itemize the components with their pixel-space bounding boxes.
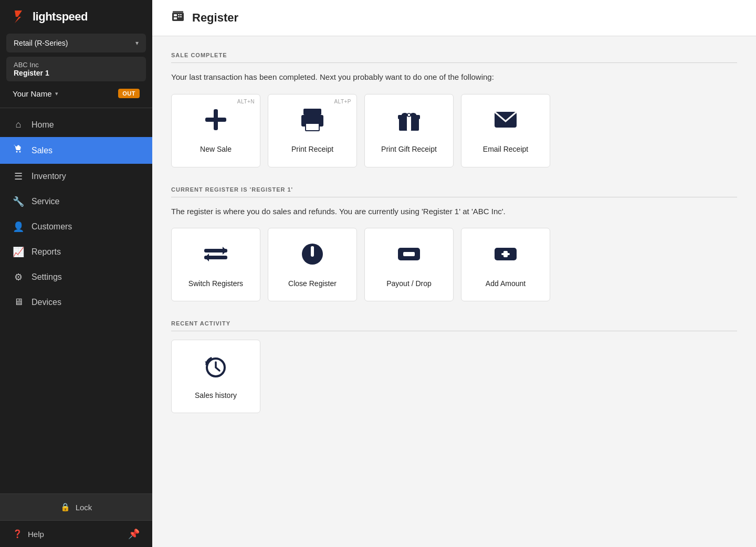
sidebar-item-customers-label: Customers <box>32 222 72 232</box>
print-receipt-icon <box>299 107 326 138</box>
logo-area: lightspeed <box>0 0 152 34</box>
payout-drop-icon <box>396 241 422 272</box>
lock-icon: 🔒 <box>60 502 70 512</box>
svg-rect-17 <box>306 123 319 131</box>
sidebar-item-devices[interactable]: 🖥 Devices <box>0 290 152 314</box>
switch-registers-label: Switch Registers <box>188 279 243 288</box>
sidebar-item-settings[interactable]: ⚙ Settings <box>0 265 152 290</box>
svg-rect-6 <box>174 14 177 16</box>
switch-registers-card[interactable]: Switch Registers <box>171 228 260 301</box>
svg-rect-12 <box>173 11 183 13</box>
sale-complete-cards: ALT+N New Sale ALT+P <box>171 94 737 167</box>
devices-icon: 🖥 <box>13 297 24 308</box>
payout-drop-label: Payout / Drop <box>386 279 432 288</box>
page-title: Register <box>192 11 238 25</box>
sale-complete-desc: Your last transaction has been completed… <box>171 71 737 83</box>
svg-point-1 <box>16 151 18 153</box>
account-info: ABC Inc Register 1 <box>6 57 146 81</box>
recent-activity-cards: Sales history <box>171 340 737 413</box>
logo-text: lightspeed <box>33 10 88 24</box>
payout-drop-card[interactable]: Payout / Drop <box>364 228 454 301</box>
register-header-icon <box>171 9 185 26</box>
email-receipt-card[interactable]: Email Receipt <box>461 94 550 167</box>
sale-complete-title: SALE COMPLETE <box>171 52 737 58</box>
new-sale-card[interactable]: ALT+N New Sale <box>171 94 260 167</box>
svg-rect-32 <box>311 246 314 251</box>
svg-rect-39 <box>501 253 510 255</box>
sidebar-item-service-label: Service <box>32 197 59 206</box>
switch-registers-icon <box>203 241 229 272</box>
sales-icon <box>13 144 24 157</box>
sidebar: lightspeed Retail (R-Series) ▾ ABC Inc R… <box>0 0 152 547</box>
recent-activity-divider <box>171 331 737 331</box>
svg-point-4 <box>17 145 20 148</box>
sidebar-divider <box>0 108 152 108</box>
print-gift-receipt-label: Print Gift Receipt <box>381 144 437 154</box>
register-name: Register 1 <box>14 69 139 77</box>
service-icon: 🔧 <box>13 196 24 207</box>
close-register-icon <box>299 241 326 272</box>
svg-point-24 <box>407 113 411 117</box>
current-register-cards: Switch Registers Close Register <box>171 228 737 301</box>
user-row: Your Name ▾ OUT <box>0 83 152 103</box>
svg-rect-10 <box>180 16 182 17</box>
svg-point-22 <box>402 113 408 117</box>
sidebar-item-reports[interactable]: 📈 Reports <box>0 239 152 265</box>
close-register-card[interactable]: Close Register <box>268 228 357 301</box>
add-amount-card[interactable]: Add Amount <box>461 228 550 301</box>
new-sale-icon <box>203 107 229 138</box>
close-register-label: Close Register <box>288 279 337 288</box>
email-receipt-label: Email Receipt <box>483 144 528 154</box>
chevron-down-icon: ▾ <box>135 39 139 47</box>
pin-icon[interactable]: 📌 <box>128 528 140 540</box>
print-gift-receipt-icon <box>396 107 422 138</box>
store-selector[interactable]: Retail (R-Series) ▾ <box>6 34 146 52</box>
reports-icon: 📈 <box>13 246 24 258</box>
help-label: Help <box>28 530 44 539</box>
lock-button[interactable]: 🔒 Lock <box>0 493 152 521</box>
svg-rect-34 <box>403 252 415 256</box>
current-register-section: CURRENT REGISTER IS 'REGISTER 1' The reg… <box>171 186 737 302</box>
email-receipt-icon <box>492 107 519 138</box>
svg-rect-15 <box>303 109 321 115</box>
sales-history-card[interactable]: Sales history <box>171 340 260 413</box>
sidebar-item-sales[interactable]: Sales <box>0 137 152 164</box>
sale-complete-divider <box>171 62 737 63</box>
sidebar-item-inventory[interactable]: ☰ Inventory <box>0 164 152 189</box>
svg-marker-0 <box>15 10 22 23</box>
help-link[interactable]: ❓ Help <box>13 529 44 539</box>
print-gift-receipt-card[interactable]: Print Gift Receipt <box>364 94 454 167</box>
help-icon: ❓ <box>13 529 23 539</box>
user-chevron-icon: ▾ <box>55 90 58 97</box>
new-sale-label: New Sale <box>200 144 232 154</box>
settings-icon: ⚙ <box>13 271 24 283</box>
print-receipt-label: Print Receipt <box>291 144 333 154</box>
recent-activity-title: RECENT ACTIVITY <box>171 320 737 327</box>
lock-label: Lock <box>76 503 92 512</box>
user-name: Your Name <box>13 89 52 98</box>
store-selector-label: Retail (R-Series) <box>14 39 68 47</box>
company-name: ABC Inc <box>14 61 139 69</box>
sidebar-item-home[interactable]: ⌂ Home <box>0 112 152 137</box>
svg-rect-21 <box>407 115 411 131</box>
print-receipt-shortcut: ALT+P <box>334 99 351 104</box>
sales-history-icon <box>203 353 229 384</box>
help-row: ❓ Help 📌 <box>0 521 152 547</box>
print-receipt-card[interactable]: ALT+P Print Receipt <box>268 94 357 167</box>
sidebar-item-settings-label: Settings <box>32 272 62 282</box>
sidebar-item-service[interactable]: 🔧 Service <box>0 189 152 214</box>
current-register-title: CURRENT REGISTER IS 'REGISTER 1' <box>171 186 737 193</box>
svg-rect-7 <box>178 14 180 15</box>
sidebar-item-sales-label: Sales <box>32 146 52 155</box>
svg-marker-27 <box>223 247 227 255</box>
current-register-divider <box>171 197 737 197</box>
sidebar-item-customers[interactable]: 👤 Customers <box>0 214 152 239</box>
svg-point-23 <box>410 113 416 117</box>
svg-rect-14 <box>205 118 226 122</box>
user-name-area[interactable]: Your Name ▾ <box>13 89 58 98</box>
sidebar-item-devices-label: Devices <box>32 298 61 307</box>
svg-marker-29 <box>205 254 209 261</box>
lightspeed-logo-icon <box>10 8 27 25</box>
main-scrollable: SALE COMPLETE Your last transaction has … <box>152 36 756 547</box>
current-register-desc: The register is where you do sales and r… <box>171 206 737 218</box>
